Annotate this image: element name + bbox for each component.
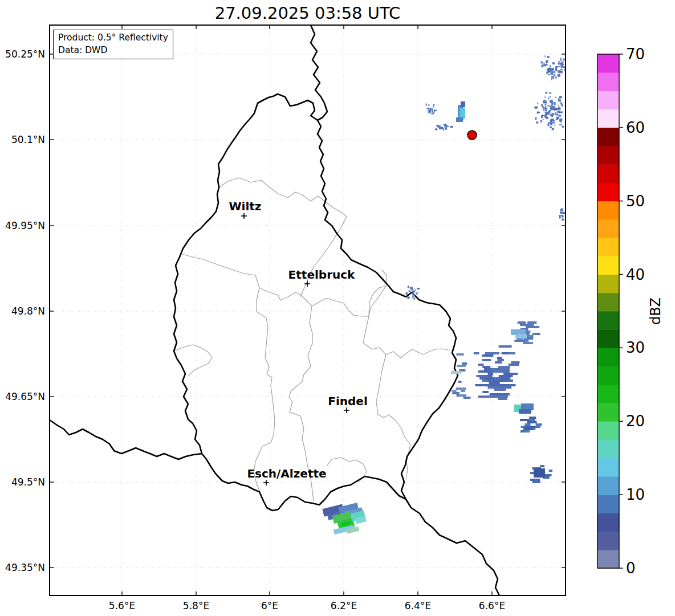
colorbar-tick-label: 50	[626, 193, 645, 210]
city-label: Findel	[328, 394, 368, 408]
x-tick-label: 6°E	[261, 600, 278, 611]
colorbar-axis-label: dBZ	[648, 297, 664, 325]
y-tick-label: 49.95°N	[5, 220, 45, 231]
y-tick-label: 50.1°N	[11, 134, 45, 145]
colorbar-tick-label: 20	[626, 413, 645, 430]
colorbar-tick-label: 40	[626, 266, 645, 283]
product-info-box: Product: 0.5° Reflectivity Data: DWD	[53, 30, 173, 59]
radar-map-canvas: WiltzEttelbruckFindelEsch/Alzette5.6°E5.…	[0, 0, 675, 616]
colorbar-tick-label: 70	[626, 46, 645, 63]
x-tick-label: 5.6°E	[109, 600, 135, 611]
y-tick-label: 50.25°N	[5, 48, 45, 60]
radar-figure: 27.09.2025 03:58 UTC Product: 0.5° Refle…	[0, 0, 675, 616]
x-tick-label: 6.6°E	[479, 600, 505, 611]
echo-east-pale-dash	[451, 371, 461, 374]
x-tick-label: 6.2°E	[331, 600, 357, 611]
x-tick-label: 5.8°E	[183, 600, 209, 611]
city-label: Wiltz	[229, 199, 262, 213]
city-label: Ettelbruck	[288, 268, 355, 282]
y-tick-label: 49.8°N	[11, 305, 45, 317]
colorbar-tick-label: 0	[626, 560, 636, 577]
x-tick-label: 6.4°E	[405, 600, 431, 611]
colorbar-tick-label: 30	[626, 339, 645, 356]
city-label: Esch/Alzette	[247, 467, 326, 480]
colorbar-tick-label: 10	[626, 486, 645, 503]
y-tick-label: 49.65°N	[5, 391, 45, 402]
echo-southeast-core	[534, 468, 545, 478]
map-background	[50, 25, 566, 595]
y-tick-label: 49.5°N	[11, 476, 45, 488]
colorbar-tick-label: 60	[626, 119, 645, 136]
colorbar: 010203040506070dBZ	[597, 46, 664, 577]
data-source-line: Data: DWD	[58, 44, 168, 57]
radar-site-marker	[467, 130, 477, 140]
product-line: Product: 0.5° Reflectivity	[58, 32, 168, 44]
y-tick-label: 49.35°N	[5, 562, 45, 573]
